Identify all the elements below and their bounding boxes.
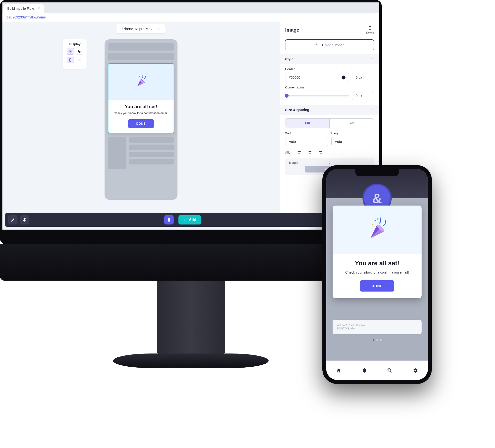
preview-modal-image[interactable]: [109, 64, 174, 100]
dark-mode-button[interactable]: [76, 48, 83, 55]
phone-landscape-icon: [78, 58, 82, 62]
phone-page-dots: [326, 339, 428, 341]
light-mode-button[interactable]: [67, 48, 74, 55]
portrait-button[interactable]: [67, 57, 74, 63]
corner-radius-slider[interactable]: [285, 95, 349, 96]
margin-label: Margin: [289, 161, 304, 164]
chevron-down-icon: [157, 27, 160, 31]
upload-label: Upload image: [322, 43, 344, 47]
border-color-value: #00000: [289, 76, 300, 79]
preview-placeholder: [129, 137, 174, 143]
color-swatch[interactable]: [342, 76, 345, 79]
style-section-label: Style: [285, 57, 293, 61]
bottom-toolbar: Add ?: [5, 213, 377, 227]
delete-label: Delete: [366, 31, 374, 34]
height-input[interactable]: Auto: [331, 137, 374, 146]
preview-placeholder: [108, 43, 174, 51]
page-dot-active: [373, 339, 374, 341]
party-popper-icon: [131, 72, 151, 91]
chevron-up-icon: [371, 57, 374, 61]
preview-modal[interactable]: You are all set! Check your inbox for a …: [108, 63, 174, 133]
corner-radius-label: Corner radius: [285, 86, 374, 89]
close-icon[interactable]: ✕: [37, 6, 41, 11]
svg-point-31: [372, 224, 373, 225]
search-icon[interactable]: [387, 368, 393, 373]
gear-icon[interactable]: [412, 368, 418, 373]
preview-placeholder: [108, 53, 174, 60]
phone-portrait-icon: [68, 58, 72, 62]
phone-icon: [167, 218, 171, 222]
svg-point-0: [69, 51, 71, 52]
display-palette: Display: [63, 39, 87, 69]
svg-point-12: [139, 76, 140, 77]
svg-line-7: [69, 52, 69, 52]
preview-placeholder: [108, 137, 126, 169]
corner-radius-input[interactable]: 0 px: [352, 91, 374, 100]
palette-icon: [22, 218, 27, 222]
preview-placeholder: [129, 145, 174, 150]
height-value: Auto: [335, 140, 342, 144]
svg-line-5: [69, 50, 69, 50]
theme-button[interactable]: [20, 215, 29, 224]
size-section-header[interactable]: Size & spacing: [280, 105, 379, 115]
tab-title: Build mobile Flow: [7, 7, 34, 11]
phone-modal-body: Check your inbox for a confirmation emai…: [339, 270, 415, 275]
upload-icon: [315, 43, 319, 47]
device-selector[interactable]: iPhone 13 pro Max: [116, 24, 165, 33]
edit-button[interactable]: [8, 215, 17, 224]
fill-button[interactable]: Fill: [285, 119, 330, 128]
svg-point-28: [375, 220, 376, 221]
upload-image-button[interactable]: Upload image: [285, 39, 374, 50]
address-bar[interactable]: lder/2892309/myflowname: [2, 13, 379, 22]
browser-tab-bar: Build mobile Flow ✕: [2, 2, 379, 13]
align-left-button[interactable]: [297, 150, 302, 155]
fit-button[interactable]: Fit: [330, 119, 374, 128]
plus-icon: [183, 218, 187, 222]
landscape-button[interactable]: [76, 57, 83, 63]
page-dot: [376, 339, 378, 341]
trash-icon: [368, 26, 372, 30]
svg-line-6: [71, 52, 71, 52]
bell-icon[interactable]: [361, 368, 367, 373]
screens-button[interactable]: [164, 215, 174, 224]
phone-event-card: JANUARY 27TH 2019 BOSTON, MA: [333, 320, 422, 334]
browser-tab[interactable]: Build mobile Flow ✕: [3, 4, 44, 13]
margin-top-value[interactable]: 0: [305, 161, 354, 164]
home-icon[interactable]: [336, 368, 342, 373]
add-button[interactable]: Add: [179, 215, 201, 224]
device-selector-label: iPhone 13 pro Max: [122, 27, 152, 31]
svg-rect-13: [145, 77, 146, 78]
border-color-input[interactable]: #00000: [285, 73, 349, 82]
preview-modal-title: You are all set!: [113, 104, 169, 109]
size-section-label: Size & spacing: [285, 108, 309, 112]
align-center-button[interactable]: [307, 150, 313, 155]
preview-done-button[interactable]: DONE: [128, 119, 154, 128]
phone-done-button[interactable]: DONE: [360, 280, 394, 291]
preview-placeholder: [129, 152, 174, 157]
svg-line-8: [71, 50, 71, 50]
style-section-body: Border #00000 0 px Corner radius: [280, 64, 379, 105]
margin-left-value[interactable]: 0: [289, 167, 304, 171]
width-input[interactable]: Auto: [285, 137, 328, 146]
add-label: Add: [189, 218, 196, 222]
page-dot: [380, 339, 382, 341]
preview-device[interactable]: You are all set! Check your inbox for a …: [105, 39, 178, 200]
moon-icon: [78, 49, 82, 53]
align-right-button[interactable]: [317, 150, 323, 155]
corner-radius-value: 0 px: [356, 94, 362, 98]
style-section-header[interactable]: Style: [280, 54, 379, 64]
border-width-input[interactable]: 0 px: [352, 73, 374, 82]
event-location: BOSTON, MA: [337, 327, 417, 330]
sun-icon: [68, 49, 72, 53]
preview-modal-body: Check your inbox for a confirmation emai…: [113, 111, 169, 115]
phone-mockup: &: [322, 165, 432, 384]
display-label: Display: [67, 42, 83, 46]
delete-button[interactable]: Delete: [366, 26, 374, 34]
preview-placeholder: [129, 159, 174, 164]
svg-rect-29: [385, 223, 386, 224]
border-label: Border: [285, 67, 374, 71]
party-popper-icon: [362, 215, 392, 244]
svg-rect-10: [78, 59, 81, 61]
logo-glyph: &: [372, 190, 382, 206]
chevron-up-icon: [371, 108, 374, 112]
